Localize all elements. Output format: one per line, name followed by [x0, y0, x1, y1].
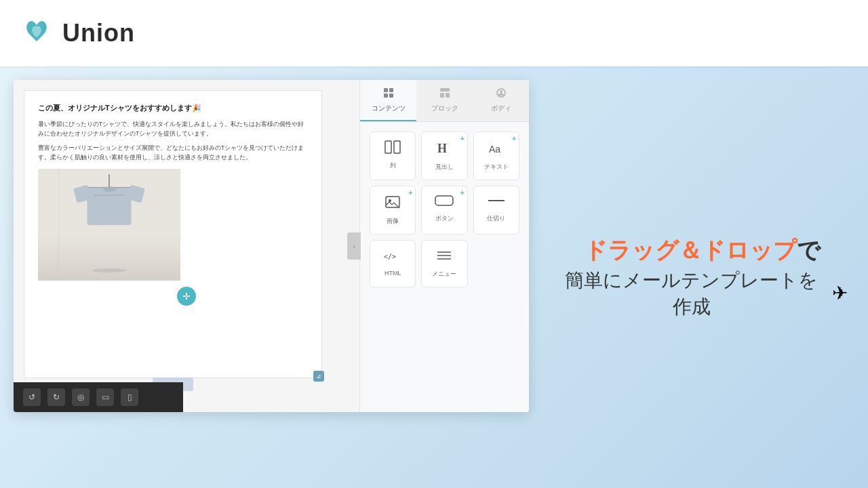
divider-icon — [487, 195, 506, 210]
promo-emoji: ✈ — [832, 282, 848, 304]
selection-bar — [24, 378, 322, 380]
sidebar: コンテンツ ブロック ボディ — [359, 80, 529, 412]
menu-icon — [435, 249, 453, 266]
main-area: この夏、オリジナルTシャツをおすすめします🎉 暑い季節にぴったりのTシャツで、快… — [0, 66, 868, 488]
resize-handle[interactable]: ⊿ — [313, 371, 324, 382]
sidebar-item-text[interactable]: + Aa テキスト — [473, 131, 519, 180]
sidebar-item-image[interactable]: + 画像 — [370, 186, 416, 235]
button-item-icon — [435, 195, 454, 210]
heading-plus: + — [460, 135, 465, 142]
scroll-right-icon: › — [353, 242, 355, 250]
html-icon: </> — [384, 249, 401, 266]
sidebar-item-menu[interactable]: メニュー — [421, 240, 467, 287]
svg-point-8 — [500, 90, 502, 93]
tab-block[interactable]: ブロック — [416, 80, 473, 121]
email-content: この夏、オリジナルTシャツをおすすめします🎉 暑い季節にぴったりのTシャツで、快… — [24, 91, 321, 293]
email-title: この夏、オリジナルTシャツをおすすめします🎉 — [38, 103, 308, 113]
block-icon — [439, 87, 451, 102]
svg-rect-4 — [440, 88, 450, 92]
promo-text-area: ドラッグ＆ドロップで 簡単にメールテンプレートを作成 ✈ — [556, 235, 848, 320]
column-icon — [384, 140, 401, 157]
union-logo-icon — [20, 17, 53, 49]
canvas-area[interactable]: この夏、オリジナルTシャツをおすすめします🎉 暑い季節にぴったりのTシャツで、快… — [14, 80, 359, 412]
html-label: HTML — [384, 270, 401, 277]
move-handle[interactable]: ✛ — [177, 287, 196, 306]
svg-rect-15 — [435, 196, 453, 205]
tab-block-label: ブロック — [431, 104, 458, 113]
undo-button[interactable]: ↺ — [23, 388, 41, 406]
image-label: 画像 — [387, 217, 399, 226]
sidebar-item-html[interactable]: </> HTML — [370, 240, 416, 287]
desktop-icon: ▭ — [102, 392, 109, 402]
promo-line2: 簡単にメールテンプレートを作成 — [556, 267, 827, 320]
editor-mockup: この夏、オリジナルTシャツをおすすめします🎉 暑い季節にぴったりのTシャツで、快… — [14, 80, 529, 412]
sidebar-item-button[interactable]: + ボタン — [421, 186, 467, 235]
mobile-button[interactable]: ▯ — [121, 388, 138, 406]
text-item-icon: Aa — [488, 140, 505, 159]
contents-icon — [382, 87, 395, 102]
redo-button[interactable]: ↻ — [47, 388, 65, 406]
svg-rect-2 — [384, 94, 388, 98]
sidebar-tabs: コンテンツ ブロック ボディ — [360, 80, 529, 122]
tab-contents[interactable]: コンテンツ — [360, 80, 416, 121]
sidebar-item-heading[interactable]: + H 見出し — [421, 131, 467, 180]
heading-label: 見出し — [435, 163, 454, 171]
image-plus: + — [408, 189, 412, 197]
redo-icon: ↻ — [53, 392, 60, 402]
header: Union — [0, 0, 868, 66]
move-icon: ✛ — [182, 291, 191, 302]
promo-line1: ドラッグ＆ドロップで — [556, 235, 848, 267]
canvas-inner: この夏、オリジナルTシャツをおすすめします🎉 暑い季節にぴったりのTシャツで、快… — [24, 90, 322, 378]
tshirt-scene — [38, 169, 180, 281]
tab-body-label: ボディ — [491, 104, 511, 113]
desktop-button[interactable]: ▭ — [96, 388, 114, 406]
sidebar-grid: 列 + H 見出し + Aa — [360, 122, 529, 297]
tab-contents-label: コンテンツ — [372, 104, 406, 113]
text-plus: + — [512, 135, 516, 142]
svg-rect-3 — [389, 94, 393, 98]
mobile-icon: ▯ — [127, 392, 132, 402]
sidebar-item-column[interactable]: 列 — [370, 131, 416, 180]
button-plus: + — [460, 189, 465, 197]
logo-text: Union — [62, 19, 135, 47]
svg-rect-5 — [440, 93, 444, 98]
image-icon — [384, 195, 401, 213]
bottom-toolbar: ↺ ↻ ◎ ▭ ▯ — [14, 382, 183, 412]
tab-body[interactable]: ボディ — [473, 80, 529, 121]
divider-label: 仕切り — [487, 214, 505, 223]
menu-label: メニュー — [432, 270, 456, 279]
svg-rect-1 — [389, 88, 393, 92]
svg-text:H: H — [437, 142, 447, 155]
heading-icon: H — [436, 140, 452, 159]
promo-highlight: ドラッグ＆ドロップ — [584, 237, 797, 263]
preview-button[interactable]: ◎ — [72, 388, 90, 406]
svg-rect-10 — [394, 141, 400, 153]
svg-text:Aa: Aa — [489, 144, 500, 155]
button-label: ボタン — [435, 214, 454, 223]
svg-rect-0 — [384, 88, 388, 92]
logo-area: Union — [20, 17, 135, 49]
scroll-arrow[interactable]: › — [347, 232, 361, 260]
svg-rect-6 — [446, 93, 450, 98]
undo-icon: ↺ — [28, 392, 35, 402]
text-label: テキスト — [484, 163, 509, 171]
column-label: 列 — [390, 161, 396, 170]
email-para1: 暑い季節にぴったりのTシャツで、快適なスタイルを楽しみましょう。私たちはお客様の… — [38, 120, 308, 138]
email-para2: 豊富なカラーバリエーションとサイズ展開で、どなたにもお好みのTシャツを見つけてい… — [38, 144, 308, 162]
email-image — [38, 169, 180, 281]
svg-point-14 — [389, 199, 391, 202]
svg-rect-9 — [385, 141, 391, 153]
body-icon — [495, 87, 507, 102]
preview-icon: ◎ — [77, 392, 84, 402]
resize-icon: ⊿ — [316, 373, 321, 380]
sidebar-item-divider[interactable]: 仕切り — [473, 186, 519, 235]
svg-text:</>: </> — [384, 253, 396, 260]
